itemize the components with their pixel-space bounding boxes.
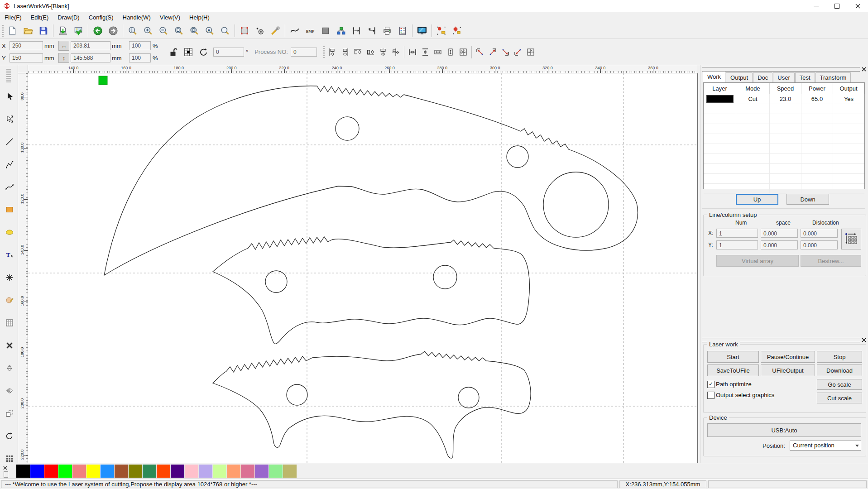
layer-table-row-empty[interactable]: [704, 124, 864, 134]
layer-table-row-empty[interactable]: [704, 104, 864, 114]
palette-swatch-3[interactable]: [58, 465, 72, 478]
move-top-left-icon[interactable]: [474, 46, 486, 58]
process-no-field[interactable]: 0: [291, 48, 317, 57]
width-lock-icon[interactable]: ↔: [58, 41, 69, 51]
fill-tool-icon[interactable]: [318, 24, 333, 38]
tab-user[interactable]: User: [773, 72, 794, 82]
y-position-field[interactable]: 150: [10, 53, 43, 62]
palette-swatch-9[interactable]: [143, 465, 157, 478]
grid-tool-icon[interactable]: [2, 315, 17, 331]
tab-output[interactable]: Output: [726, 72, 753, 82]
line-tool-icon[interactable]: [2, 134, 17, 149]
save-file-icon[interactable]: [36, 24, 51, 38]
ufile-output-button[interactable]: UFileOutput: [761, 364, 815, 376]
select-rectangle-icon[interactable]: [237, 24, 252, 38]
go-scale-button[interactable]: Go scale: [817, 379, 862, 390]
minimize-button[interactable]: [806, 0, 826, 12]
palette-swatch-13[interactable]: [199, 465, 213, 478]
bestrew-button[interactable]: Bestrew...: [801, 255, 861, 267]
new-file-icon[interactable]: [5, 24, 20, 38]
move-bottom-right-icon[interactable]: [499, 46, 512, 58]
print-icon[interactable]: [379, 24, 395, 38]
angle-field[interactable]: 0: [213, 48, 244, 57]
mirror-horizontal-icon[interactable]: [2, 383, 17, 398]
edit-tool-icon[interactable]: [268, 24, 283, 38]
menu-file[interactable]: File(F): [0, 13, 26, 22]
stop-button[interactable]: Stop: [817, 351, 862, 363]
panel-close-icon[interactable]: [861, 66, 867, 72]
palette-swatch-16[interactable]: [241, 465, 255, 478]
select-cursor-icon[interactable]: [2, 89, 17, 104]
start-button[interactable]: Start: [707, 351, 759, 363]
layer-table-row-empty[interactable]: [704, 184, 864, 194]
path-optimize-checkbox[interactable]: ✓: [707, 381, 715, 388]
equal-v-space-icon[interactable]: [419, 46, 432, 58]
layer-up-button[interactable]: Up: [736, 194, 778, 205]
next-view-icon[interactable]: [106, 24, 121, 38]
rectangle-tool-icon[interactable]: [2, 202, 17, 217]
palette-swatch-11[interactable]: [171, 465, 185, 478]
knife-middle-outline[interactable]: [213, 237, 529, 344]
offset-tool-icon[interactable]: [2, 406, 17, 421]
align-center-vertical-icon[interactable]: [389, 46, 402, 58]
zoom-in-icon[interactable]: [140, 24, 156, 38]
layer-down-button[interactable]: Down: [786, 194, 829, 205]
menu-edit[interactable]: Edit(E): [26, 13, 53, 22]
scale-y-field[interactable]: 100: [129, 53, 151, 62]
delete-icon[interactable]: [2, 338, 17, 353]
array-y-num-field[interactable]: 1: [716, 240, 758, 249]
palette-swatch-6[interactable]: [101, 465, 115, 478]
device-port-button[interactable]: USB:Auto: [707, 423, 861, 437]
open-file-icon[interactable]: [20, 24, 36, 38]
align-left-icon[interactable]: [326, 46, 339, 58]
zoom-select-icon[interactable]: A: [202, 24, 217, 38]
align-bottom-icon[interactable]: [364, 46, 377, 58]
save-to-ufile-button[interactable]: SaveToUFile: [707, 364, 759, 376]
maximize-button[interactable]: [826, 0, 847, 12]
smooth-curve-icon[interactable]: [287, 24, 302, 38]
array-direction-icon[interactable]: [841, 229, 861, 249]
download-button[interactable]: Download: [817, 364, 862, 376]
node-edit-icon[interactable]: [2, 111, 17, 127]
group-nodes-icon[interactable]: [333, 24, 349, 38]
menu-config[interactable]: Config(S): [84, 13, 118, 22]
menu-help[interactable]: Help(H): [185, 13, 214, 22]
close-button[interactable]: [847, 0, 868, 12]
mirror-vertical-icon[interactable]: [2, 360, 17, 376]
scale-x-field[interactable]: 100: [129, 41, 151, 50]
same-width-icon[interactable]: [432, 46, 444, 58]
layer-table-row-empty[interactable]: [704, 144, 864, 154]
knife-bottom-outline[interactable]: [213, 351, 531, 458]
cut-scale-button[interactable]: Cut scale: [817, 393, 862, 403]
bezier-tool-icon[interactable]: [2, 179, 17, 195]
anchor-point-icon[interactable]: [181, 45, 196, 59]
tab-doc[interactable]: Doc: [753, 72, 772, 82]
layer-table-row-empty[interactable]: [704, 174, 864, 184]
position-select[interactable]: Current position: [790, 441, 861, 451]
layer-table-row-empty[interactable]: [704, 114, 864, 124]
layer-output[interactable]: Yes: [833, 94, 864, 104]
align-right-icon[interactable]: [339, 46, 351, 58]
align-top-icon[interactable]: [351, 46, 364, 58]
layer-speed[interactable]: 23.0: [770, 94, 801, 104]
palette-grip[interactable]: [4, 471, 8, 478]
output-select-checkbox[interactable]: [707, 392, 715, 399]
array-setup-icon[interactable]: [449, 24, 465, 38]
array-x-dislocation-field[interactable]: 0.000: [801, 229, 838, 238]
array-x-space-field[interactable]: 0.000: [761, 229, 798, 238]
tab-transform[interactable]: Transform: [815, 72, 851, 82]
toolbar-grip[interactable]: [323, 46, 325, 58]
star-tool-icon[interactable]: [2, 270, 17, 285]
palette-swatch-15[interactable]: [227, 465, 241, 478]
polyline-tool-icon[interactable]: [2, 157, 17, 172]
layer-table-row-empty[interactable]: [704, 164, 864, 174]
same-height-icon[interactable]: [444, 46, 457, 58]
h-measure-icon[interactable]: [349, 24, 364, 38]
array-x-num-field[interactable]: 1: [716, 229, 758, 238]
zoom-pan-icon[interactable]: [125, 24, 140, 38]
align-center-horizontal-icon[interactable]: [377, 46, 389, 58]
prev-view-icon[interactable]: [90, 24, 106, 38]
palette-swatch-7[interactable]: [115, 465, 129, 478]
palette-swatch-5[interactable]: [86, 465, 101, 478]
pause-continue-button[interactable]: Pause/Continue: [761, 351, 815, 363]
